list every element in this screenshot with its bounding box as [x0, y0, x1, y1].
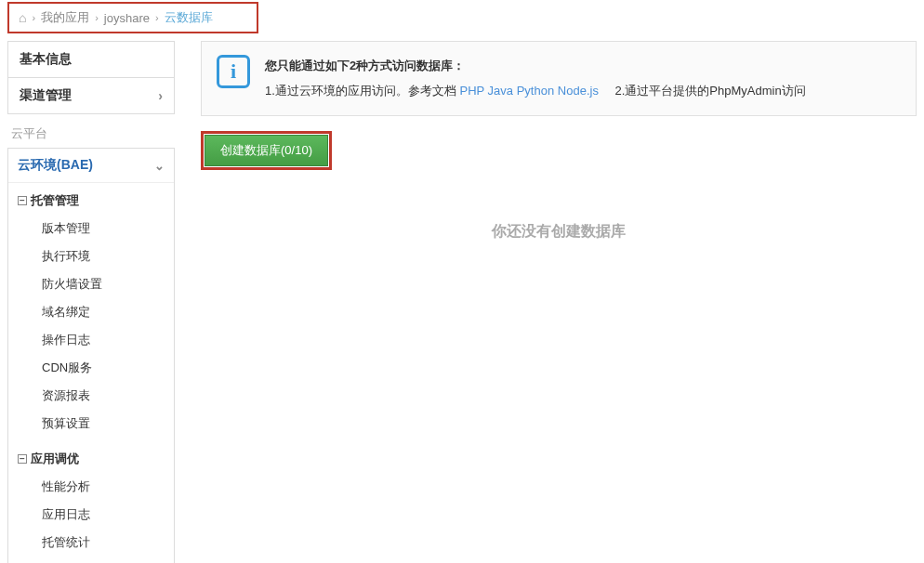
info-line-prefix: 1.通过云环境的应用访问。参考文档 [265, 84, 459, 98]
nav-label: 渠道管理 [20, 87, 72, 104]
chevron-right-icon: › [155, 12, 159, 23]
doc-link-nodejs[interactable]: Node.js [558, 84, 599, 98]
info-line-2: 2.通过平台提供的PhpMyAdmin访问 [615, 84, 806, 98]
tree-item[interactable]: 托管统计 [8, 529, 174, 556]
tree-item[interactable]: 资源报表 [8, 382, 174, 410]
doc-link-php[interactable]: PHP [459, 84, 484, 98]
tree-item[interactable]: 域名绑定 [8, 298, 174, 326]
chevron-down-icon: ⌄ [154, 159, 165, 173]
tree-group-hosting: − 托管管理 版本管理 执行环境 防火墙设置 域名绑定 操作日志 CDN服务 资… [8, 183, 174, 441]
info-text: 您只能通过如下2种方式访问数据库： 1.通过云环境的应用访问。参考文档 PHP … [265, 55, 806, 102]
group-label: 托管管理 [31, 192, 79, 209]
breadcrumb: ⌂ › 我的应用 › joyshare › 云数据库 [7, 2, 258, 33]
section-label: 云环境(BAE) [18, 157, 93, 174]
doc-link-python[interactable]: Python [517, 84, 554, 98]
tree-item[interactable]: 操作日志 [8, 326, 174, 354]
tree-group-tuning: − 应用调优 性能分析 应用日志 托管统计 [8, 441, 174, 560]
collapse-icon: − [18, 196, 27, 205]
tree-item[interactable]: 应用日志 [8, 501, 174, 529]
tree-item[interactable]: 性能分析 [8, 473, 174, 501]
nav-tree: 云环境(BAE) ⌄ − 托管管理 版本管理 执行环境 防火墙设置 域名绑定 操… [7, 148, 175, 563]
nav-basic-info[interactable]: 基本信息 [8, 42, 174, 78]
nav-section-bae[interactable]: 云环境(BAE) ⌄ [8, 149, 174, 183]
platform-label: 云平台 [7, 114, 175, 148]
sidebar: 基本信息 渠道管理 › 云平台 云环境(BAE) ⌄ − 托管管理 版本管理 执… [7, 41, 175, 563]
tree-item[interactable]: 执行环境 [8, 242, 174, 270]
chevron-right-icon: › [158, 88, 163, 103]
info-line: 1.通过云环境的应用访问。参考文档 PHP Java Python Node.j… [265, 80, 806, 103]
breadcrumb-item[interactable]: joyshare [104, 11, 150, 25]
breadcrumb-item[interactable]: 我的应用 [41, 9, 89, 26]
breadcrumb-current: 云数据库 [165, 9, 213, 26]
tree-group-head[interactable]: − 托管管理 [8, 187, 174, 215]
create-db-highlight: 创建数据库(0/10) [201, 131, 332, 170]
chevron-right-icon: › [32, 12, 35, 23]
tree-group-head[interactable]: − 应用调优 [8, 445, 174, 473]
info-icon: i [217, 55, 250, 88]
info-title: 您只能通过如下2种方式访问数据库： [265, 55, 806, 78]
doc-link-java[interactable]: Java [488, 84, 513, 98]
empty-state: 你还没有创建数据库 [201, 170, 917, 294]
group-label: 应用调优 [31, 451, 79, 467]
collapse-icon: − [18, 454, 27, 464]
main-content: i 您只能通过如下2种方式访问数据库： 1.通过云环境的应用访问。参考文档 PH… [175, 41, 917, 563]
tree-item[interactable]: CDN服务 [8, 354, 174, 382]
chevron-right-icon: › [95, 12, 99, 23]
tree-item[interactable]: 预算设置 [8, 410, 174, 438]
nav-channel-mgmt[interactable]: 渠道管理 › [8, 78, 174, 113]
main-nav: 基本信息 渠道管理 › [7, 41, 175, 114]
nav-label: 基本信息 [20, 51, 72, 68]
home-icon[interactable]: ⌂ [19, 10, 26, 25]
tree-item[interactable]: 防火墙设置 [8, 270, 174, 298]
tree-item[interactable]: 版本管理 [8, 215, 174, 242]
create-database-button[interactable]: 创建数据库(0/10) [205, 135, 328, 166]
info-box: i 您只能通过如下2种方式访问数据库： 1.通过云环境的应用访问。参考文档 PH… [201, 41, 917, 116]
